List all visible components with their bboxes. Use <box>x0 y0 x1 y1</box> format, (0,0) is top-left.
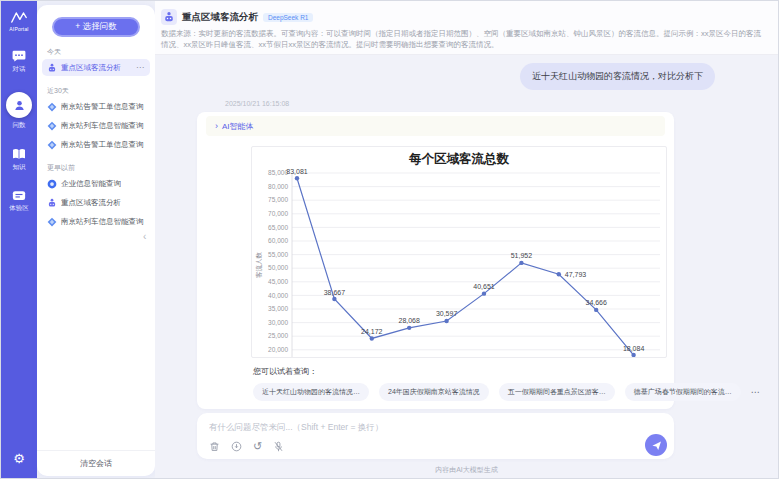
chat-item-label: 重点区域客流分析 <box>61 63 121 73</box>
robot-icon <box>47 63 57 73</box>
assistant-description: 数据来源：实时更新的客流数据表。可查询内容：可以查询时间（指定日期或者指定日期范… <box>161 29 766 50</box>
svg-text:30,000: 30,000 <box>268 319 288 326</box>
svg-text:28,068: 28,068 <box>398 317 420 324</box>
svg-text:20,000: 20,000 <box>268 346 288 353</box>
composer: ↺ <box>197 413 674 459</box>
chat-item[interactable]: 南京站告警工单信息查询 <box>42 98 150 115</box>
svg-text:60,000: 60,000 <box>268 237 288 244</box>
chat-item-label: 重点区域客流分析 <box>61 198 121 208</box>
svg-text:65,000: 65,000 <box>268 224 288 231</box>
svg-text:34,666: 34,666 <box>585 299 607 306</box>
rail-label-experience: 体验区 <box>9 204 29 213</box>
reasoning-toggle[interactable]: › AI智能体 <box>206 116 665 136</box>
rail-label-chat: 对话 <box>13 65 26 74</box>
message-input[interactable] <box>209 420 630 434</box>
assistant-title: 重点区域客流分析 <box>182 11 258 24</box>
logo-mark-icon <box>10 11 28 24</box>
svg-text:30,597: 30,597 <box>436 310 458 317</box>
chat-item-label: 南京站列车信息智能查询 <box>61 217 144 227</box>
new-askdata-button[interactable]: + 选择问数 <box>52 17 140 37</box>
svg-text:70,000: 70,000 <box>268 210 288 217</box>
item-more-icon[interactable]: ⋯ <box>136 63 145 72</box>
composer-toolbar: ↺ <box>209 441 284 452</box>
chat-item[interactable]: 南京站列车信息智能查询 <box>42 213 150 230</box>
chat-item[interactable]: 企业信息智能查询 <box>42 175 150 192</box>
chat-item-label: 南京站告警工单信息查询 <box>61 140 144 150</box>
chat-item-label: 南京站告警工单信息查询 <box>61 102 144 112</box>
clear-session-button[interactable]: 清空会话 <box>37 450 155 476</box>
askdata-active-indicator <box>6 92 32 118</box>
rail-item-knowledge[interactable]: 知识 <box>12 148 26 172</box>
reasoning-toggle-label: AI智能体 <box>222 121 254 132</box>
assistant-header: 重点区域客流分析 DeepSeek R1 数据来源：实时更新的客流数据表。可查询… <box>155 1 778 55</box>
chat-item-label: 企业信息智能查询 <box>61 179 121 189</box>
svg-text:47,793: 47,793 <box>565 271 587 278</box>
suggestion-chip[interactable]: 24年国庆假期南京站客流情况 <box>379 383 489 401</box>
section-title-30days: 近30天 <box>47 86 155 96</box>
diamond-icon <box>47 102 57 112</box>
section-title-earlier: 更早以前 <box>47 163 155 173</box>
paper-plane-icon <box>651 440 662 451</box>
svg-text:35,000: 35,000 <box>268 305 288 312</box>
svg-text:客流人数: 客流人数 <box>255 252 263 279</box>
app-logo: AIPortal <box>9 11 28 32</box>
rail-item-askdata[interactable]: 问数 <box>6 92 32 130</box>
svg-text:55,000: 55,000 <box>268 251 288 258</box>
robot-icon <box>47 198 57 208</box>
user-message-bubble: 近十天红山动物园的客流情况，对比分析下 <box>520 63 715 90</box>
ai-disclaimer: 内容由AI大模型生成 <box>155 465 778 475</box>
svg-text:24,172: 24,172 <box>361 328 383 335</box>
chat-item[interactable]: 南京站列车信息智能查询 <box>42 117 150 134</box>
experience-zone-icon <box>12 190 26 201</box>
svg-text:40,000: 40,000 <box>268 292 288 299</box>
traffic-chart-container: 每个区域客流总数 20,00025,00030,00035,00040,0004… <box>251 146 667 358</box>
section-title-today: 今天 <box>47 47 155 57</box>
book-icon <box>12 148 26 160</box>
robot-icon <box>163 11 175 23</box>
traffic-line-chart: 20,00025,00030,00035,00040,00045,00050,0… <box>252 147 666 358</box>
rail-item-chat[interactable]: 对话 <box>12 50 26 74</box>
svg-text:38,667: 38,667 <box>324 289 346 296</box>
chat-item-label: 南京站列车信息智能查询 <box>61 121 144 131</box>
enterprise-circle-icon <box>47 179 57 189</box>
diamond-icon <box>47 217 57 227</box>
mic-off-icon[interactable] <box>273 441 284 452</box>
chat-item[interactable]: 重点区域客流分析 <box>42 194 150 211</box>
svg-text:83,081: 83,081 <box>286 168 308 175</box>
svg-text:75,000: 75,000 <box>268 196 288 203</box>
suggestion-chip[interactable]: 德基广场春节假期期间的客流… <box>625 383 741 401</box>
rail-item-experience[interactable]: 体验区 <box>9 190 29 213</box>
svg-text:51,952: 51,952 <box>511 252 533 259</box>
ai-response-card: › AI智能体 每个区域客流总数 20,00025,00030,00035,00… <box>197 112 674 409</box>
chat-bubble-icon <box>12 50 26 62</box>
diamond-icon <box>47 140 57 150</box>
svg-text:45,000: 45,000 <box>268 278 288 285</box>
main-area: 重点区域客流分析 DeepSeek R1 数据来源：实时更新的客流数据表。可查询… <box>155 1 778 478</box>
conversation-panel: + 选择问数 今天 重点区域客流分析 ⋯ 近30天 南京站告警工单信息查询 南京… <box>37 5 155 476</box>
download-circle-icon[interactable] <box>231 441 242 452</box>
chat-item-active[interactable]: 重点区域客流分析 ⋯ <box>42 59 150 76</box>
rail-label-askdata: 问数 <box>13 121 26 130</box>
suggestion-chip[interactable]: 五一假期期间各重点景区游客… <box>499 383 615 401</box>
undo-icon[interactable]: ↺ <box>253 441 262 452</box>
brand-name: AIPortal <box>9 26 28 32</box>
send-button[interactable] <box>645 434 667 456</box>
left-rail: AIPortal 对话 问数 知识 体验区 ⚙ <box>1 1 37 478</box>
svg-text:18,084: 18,084 <box>623 345 645 352</box>
message-timestamp: 2025/10/21 16:15:08 <box>225 100 289 107</box>
suggestions-label: 您可以试着查询： <box>253 366 674 377</box>
person-assistant-icon <box>13 99 26 112</box>
panel-collapse-handle[interactable]: ‹ <box>143 231 146 242</box>
svg-text:40,651: 40,651 <box>473 283 495 290</box>
more-suggestions-icon[interactable]: ⋯ <box>751 387 760 397</box>
chat-item[interactable]: 南京站告警工单信息查询 <box>42 136 150 153</box>
chat-body: 近十天红山动物园的客流情况，对比分析下 2025/10/21 16:15:08 … <box>155 55 778 478</box>
suggestion-chip[interactable]: 近十天红山动物园的客流情况… <box>253 383 369 401</box>
trash-icon[interactable] <box>209 441 220 452</box>
app-window: AIPortal 对话 问数 知识 体验区 ⚙ + 选择问数 今天 重点区域客流… <box>0 0 779 479</box>
diamond-icon <box>47 121 57 131</box>
suggestion-chips-row: 近十天红山动物园的客流情况… 24年国庆假期南京站客流情况 五一假期期间各重点景… <box>253 383 666 401</box>
svg-text:50,000: 50,000 <box>268 264 288 271</box>
settings-gear-icon[interactable]: ⚙ <box>1 451 37 466</box>
svg-text:25,000: 25,000 <box>268 332 288 339</box>
